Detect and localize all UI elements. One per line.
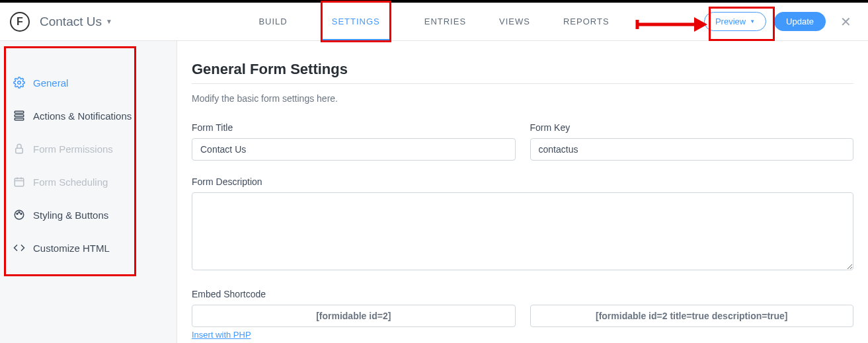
sidebar-item-scheduling[interactable]: Form Scheduling bbox=[0, 165, 177, 198]
palette-icon bbox=[13, 209, 25, 221]
calendar-icon bbox=[13, 176, 25, 188]
code-icon bbox=[13, 242, 25, 254]
tab-settings[interactable]: SETTINGS bbox=[323, 3, 389, 40]
embed-shortcode-label: Embed Shortcode bbox=[192, 289, 853, 299]
svg-rect-1 bbox=[15, 111, 24, 113]
gear-icon bbox=[13, 77, 25, 89]
page-title: General Form Settings bbox=[192, 61, 853, 78]
sidebar-item-label: Actions & Notifications bbox=[33, 110, 132, 122]
sidebar-item-customize-html[interactable]: Customize HTML bbox=[0, 231, 177, 264]
embed-shortcode-2[interactable] bbox=[530, 305, 854, 327]
chevron-down-icon: ▼ bbox=[750, 19, 755, 24]
preview-label: Preview bbox=[715, 17, 746, 26]
form-description-label: Form Description bbox=[192, 176, 853, 187]
sidebar-item-label: Customize HTML bbox=[33, 243, 110, 254]
form-key-label: Form Key bbox=[530, 122, 854, 133]
form-description-input[interactable] bbox=[192, 192, 853, 270]
svg-point-12 bbox=[20, 213, 22, 215]
app-logo: F bbox=[10, 12, 30, 32]
embed-shortcode-1[interactable] bbox=[192, 305, 516, 327]
sidebar-item-label: Form Permissions bbox=[33, 143, 113, 155]
sidebar-item-label: General bbox=[33, 77, 68, 89]
form-name: Contact Us bbox=[40, 15, 102, 29]
sidebar-item-styling[interactable]: Styling & Buttons bbox=[0, 198, 177, 231]
layers-icon bbox=[13, 110, 25, 122]
form-title-label: Form Title bbox=[192, 122, 516, 133]
sidebar-item-permissions[interactable]: Form Permissions bbox=[0, 132, 177, 165]
insert-with-php-link[interactable]: Insert with PHP bbox=[192, 330, 251, 340]
svg-point-10 bbox=[17, 213, 18, 215]
preview-button[interactable]: Preview ▼ bbox=[704, 12, 766, 31]
svg-point-11 bbox=[19, 211, 20, 213]
page-subtitle: Modify the basic form settings here. bbox=[192, 93, 853, 104]
sidebar-item-label: Styling & Buttons bbox=[33, 210, 108, 221]
chevron-down-icon: ▼ bbox=[106, 18, 112, 25]
sidebar-item-label: Form Scheduling bbox=[33, 176, 108, 188]
sidebar: General Actions & Notifications Form Per… bbox=[0, 41, 177, 343]
divider bbox=[192, 83, 853, 84]
svg-rect-3 bbox=[15, 118, 24, 120]
form-title-input[interactable] bbox=[192, 138, 516, 161]
update-button[interactable]: Update bbox=[774, 12, 826, 31]
lock-icon bbox=[13, 143, 25, 155]
tab-reports[interactable]: REPORTS bbox=[563, 3, 610, 40]
svg-rect-5 bbox=[15, 178, 24, 186]
sidebar-item-actions[interactable]: Actions & Notifications bbox=[0, 99, 177, 132]
svg-point-0 bbox=[18, 81, 21, 85]
close-icon[interactable]: ✕ bbox=[834, 14, 858, 30]
form-title-dropdown[interactable]: Contact Us ▼ bbox=[40, 15, 112, 29]
svg-rect-2 bbox=[15, 115, 24, 117]
svg-rect-4 bbox=[16, 148, 23, 153]
form-key-input[interactable] bbox=[530, 138, 854, 161]
tab-build[interactable]: BUILD bbox=[258, 3, 287, 40]
sidebar-item-general[interactable]: General bbox=[0, 66, 177, 99]
tab-entries[interactable]: ENTRIES bbox=[424, 3, 466, 40]
tab-views[interactable]: VIEWS bbox=[499, 3, 530, 40]
